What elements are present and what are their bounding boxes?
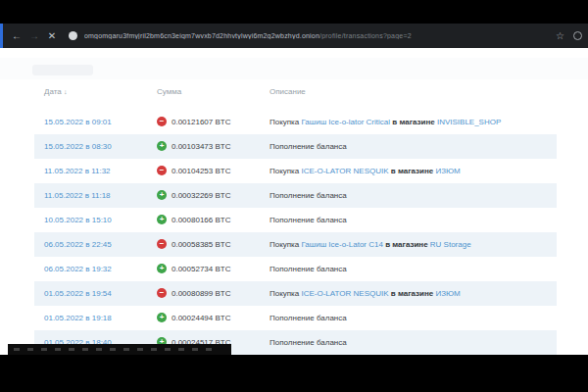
transaction-description: Покупка Гашиш Ice-o-Lator C14 в магазине… (270, 240, 471, 249)
transaction-amount: + 0.00024494 BTC (157, 313, 231, 322)
toolbar-right-icons: ☆ (556, 30, 588, 41)
plus-circle-icon: + (157, 313, 167, 322)
shop-link[interactable]: ИЗЮМ (435, 167, 460, 175)
transaction-date-link[interactable]: 11.05.2022 в 11:32 (44, 167, 111, 175)
shop-link[interactable]: ИЗЮМ (435, 289, 460, 298)
transaction-description: Пополнение баланса (270, 216, 347, 224)
transaction-description: Пополнение баланса (270, 265, 347, 273)
amount-value: 0.00052734 BTC (172, 265, 231, 273)
transaction-amount: − 0.00104253 BTC (157, 166, 231, 175)
plus-circle-icon: + (157, 264, 167, 273)
purchase-label: Покупка (270, 289, 301, 298)
amount-value: 0.00121607 BTC (172, 118, 231, 126)
transaction-date-link[interactable]: 15.05.2022 в 08:30 (44, 142, 112, 151)
column-header-description[interactable]: Описание (270, 87, 306, 96)
purchase-label: Покупка (270, 240, 301, 249)
transaction-date-link[interactable]: 10.05.2022 в 15:10 (44, 216, 112, 224)
stop-button[interactable]: ✕ (43, 24, 61, 48)
purchase-label: Покупка (270, 118, 301, 126)
purchase-label: Покупка (270, 167, 301, 175)
table-row: 01.05.2022 в 19:18 + 0.00024494 BTC Попо… (34, 306, 557, 330)
transaction-amount: − 0.00058385 BTC (157, 239, 231, 249)
product-link[interactable]: Гашиш Ice-o-lator Critical (301, 118, 390, 126)
forward-button[interactable]: → (25, 24, 43, 48)
product-link[interactable]: ICE-O-LATOR NESQUIK (301, 167, 388, 175)
product-link[interactable]: ICE-O-LATOR NESQUIK (301, 289, 388, 298)
transactions-table-body: 15.05.2022 в 09:01 − 0.00121607 BTC Поку… (34, 110, 557, 355)
site-identity-icon[interactable] (69, 31, 77, 40)
transaction-amount: + 0.00103473 BTC (157, 141, 231, 151)
transaction-description: Пополнение баланса (270, 142, 347, 151)
breadcrumb-pill (32, 65, 93, 75)
transaction-description: Покупка ICE-O-LATOR NESQUIK в магазине И… (270, 289, 461, 298)
transaction-date-link[interactable]: 01.05.2022 в 19:54 (44, 289, 112, 298)
recording-overlay-strip (8, 344, 231, 355)
plus-circle-icon: + (157, 190, 167, 200)
amount-value: 0.00080899 BTC (172, 289, 231, 298)
transaction-amount: − 0.00080899 BTC (157, 288, 231, 298)
column-header-amount[interactable]: Сумма (157, 87, 181, 96)
transaction-date-link[interactable]: 15.05.2022 в 09:01 (44, 118, 112, 126)
sort-desc-icon: ↓ (64, 88, 68, 95)
transaction-amount: + 0.00052734 BTC (157, 264, 231, 273)
column-header-date[interactable]: Дата ↓ (44, 87, 67, 96)
table-row: 10.05.2022 в 15:10 + 0.00080166 BTC Попо… (34, 208, 557, 232)
transaction-date-link[interactable]: 01.05.2022 в 19:18 (44, 314, 112, 322)
letterbox-bottom (0, 355, 588, 392)
transaction-description: Покупка ICE-O-LATOR NESQUIK в магазине И… (270, 167, 461, 175)
minus-circle-icon: − (157, 166, 167, 175)
plus-circle-icon: + (157, 141, 167, 151)
transaction-date-link[interactable]: 06.05.2022 в 19:32 (44, 265, 112, 273)
bookmark-star-icon[interactable]: ☆ (556, 30, 564, 41)
transaction-description: Пополнение баланса (270, 191, 347, 200)
in-store-label: в магазине (389, 167, 436, 175)
transaction-description: Пополнение баланса (270, 338, 347, 347)
video-frame: ← → ✕ omgomgaru3fmyjril2bm6cn3eiqm7wvxb7… (0, 0, 588, 392)
window-accent-sliver (0, 24, 3, 48)
table-row: 06.05.2022 в 22:45 − 0.00058385 BTC Поку… (34, 232, 557, 257)
table-row: 11.05.2022 в 11:32 − 0.00104253 BTC Поку… (34, 159, 557, 183)
shop-link[interactable]: INVISIBLE_SHOP (437, 118, 501, 126)
in-store-label: в магазине (389, 289, 436, 298)
profile-icon[interactable] (573, 31, 582, 40)
url-host: omgomgaru3fmyjril2bm6cn3eiqm7wvxb7d2hhvt… (84, 32, 319, 39)
table-header-row: Дата ↓ Сумма Описание (34, 87, 557, 107)
minus-circle-icon: − (157, 239, 167, 249)
minus-circle-icon: − (157, 288, 167, 298)
amount-value: 0.00058385 BTC (172, 240, 231, 249)
transaction-date-link[interactable]: 11.05.2022 в 11:18 (44, 191, 111, 200)
transaction-amount: + 0.00032269 BTC (157, 190, 231, 200)
table-row: 15.05.2022 в 09:01 − 0.00121607 BTC Поку… (34, 110, 557, 134)
table-row: 06.05.2022 в 19:32 + 0.00052734 BTC Попо… (34, 257, 557, 281)
address-bar[interactable]: omgomgaru3fmyjril2bm6cn3eiqm7wvxb7d2hhvt… (84, 32, 556, 39)
amount-value: 0.00024494 BTC (172, 314, 231, 322)
letterbox-top (0, 0, 588, 24)
amount-value: 0.00103473 BTC (172, 142, 231, 151)
in-store-label: в магазине (390, 118, 437, 126)
amount-value: 0.00080166 BTC (172, 216, 231, 224)
table-row: 15.05.2022 в 08:30 + 0.00103473 BTC Попо… (34, 134, 557, 159)
minus-circle-icon: − (157, 117, 167, 126)
url-path: /profile/transactions?page=2 (319, 32, 412, 39)
back-button[interactable]: ← (8, 24, 25, 48)
product-link[interactable]: Гашиш Ice-o-Lator C14 (301, 240, 382, 249)
shop-link[interactable]: RU Storage (430, 240, 471, 249)
amount-value: 0.00032269 BTC (172, 191, 231, 200)
transaction-description: Покупка Гашиш Ice-o-lator Critical в маг… (270, 118, 501, 126)
browser-toolbar: ← → ✕ omgomgaru3fmyjril2bm6cn3eiqm7wvxb7… (0, 24, 588, 48)
in-store-label: в магазине (383, 240, 430, 249)
transaction-amount: − 0.00121607 BTC (157, 117, 231, 126)
transactions-page: Дата ↓ Сумма Описание 15.05.2022 в 09:01… (0, 48, 588, 355)
transaction-amount: + 0.00080166 BTC (157, 215, 231, 224)
transaction-date-link[interactable]: 06.05.2022 в 22:45 (44, 240, 112, 249)
plus-circle-icon: + (157, 215, 167, 224)
table-row: 11.05.2022 в 11:18 + 0.00032269 BTC Попо… (34, 183, 557, 208)
date-header-label: Дата (44, 87, 62, 96)
table-row: 01.05.2022 в 19:54 − 0.00080899 BTC Поку… (34, 281, 557, 306)
transaction-description: Пополнение баланса (270, 314, 347, 322)
amount-value: 0.00104253 BTC (172, 167, 231, 175)
